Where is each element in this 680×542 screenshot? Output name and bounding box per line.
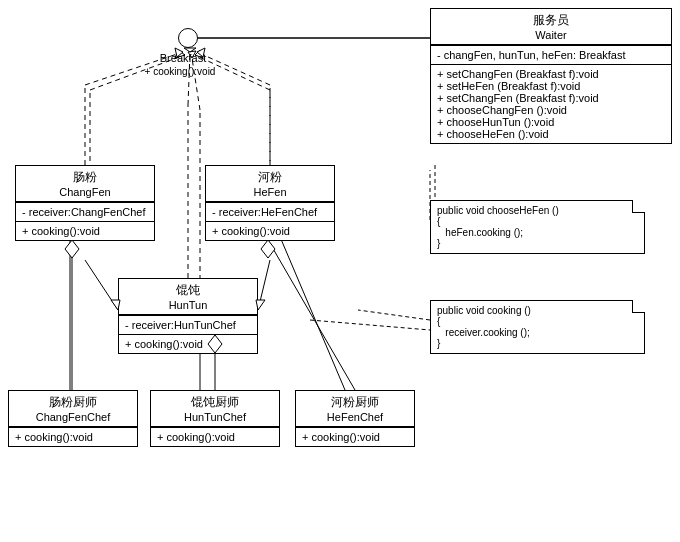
note-cooking: public void cooking () { receiver.cookin… <box>430 300 645 354</box>
waiter-method-3: + setChangFen (Breakfast f):void <box>437 92 665 104</box>
hefen-title: 河粉 HeFen <box>206 166 334 202</box>
huntun-method: + cooking():void <box>119 334 257 353</box>
svg-line-37 <box>85 260 118 310</box>
changfen-attr: - receiver:ChangFenChef <box>16 202 154 221</box>
changfenchef-title: 肠粉厨师 ChangFenChef <box>9 391 137 427</box>
waiter-method-6: + chooseHeFen ():void <box>437 128 665 140</box>
waiter-method-4: + chooseChangFen ():void <box>437 104 665 116</box>
huntunchef-title: 馄饨厨师 HunTunChef <box>151 391 279 427</box>
waiter-method-5: + chooseHunTun ():void <box>437 116 665 128</box>
hefen-attr: - receiver:HeFenChef <box>206 202 334 221</box>
changfenchef-box: 肠粉厨师 ChangFenChef + cooking():void <box>8 390 138 447</box>
hefenchef-method: + cooking():void <box>296 427 414 446</box>
note2-line2: { <box>437 316 638 327</box>
note2-line3: receiver.cooking (); <box>437 327 638 338</box>
huntun-title: 馄饨 HunTun <box>119 279 257 315</box>
svg-line-39 <box>258 260 270 310</box>
note2-line4: } <box>437 338 638 349</box>
waiter-method-1: + setChangFen (Breakfast f):void <box>437 68 665 80</box>
note2-line1: public void cooking () <box>437 305 638 316</box>
waiter-box: 服务员 Waiter - changFen, hunTun, heFen: Br… <box>430 8 672 144</box>
note1-line3: heFen.cooking (); <box>437 227 638 238</box>
hefenchef-title: 河粉厨师 HeFenChef <box>296 391 414 427</box>
breakfast-interface-circle <box>178 28 198 48</box>
uml-diagram: Breakfast + cooking():void 服务员 Waiter - … <box>0 0 680 542</box>
hefen-method: + cooking():void <box>206 221 334 240</box>
waiter-method-2: + setHeFen (Breakfast f):void <box>437 80 665 92</box>
waiter-methods: + setChangFen (Breakfast f):void + setHe… <box>431 64 671 143</box>
waiter-attributes: - changFen, hunTun, heFen: Breakfast <box>431 45 671 64</box>
huntunchef-box: 馄饨厨师 HunTunChef + cooking():void <box>150 390 280 447</box>
note1-line1: public void chooseHeFen () <box>437 205 638 216</box>
hefenchef-box: 河粉厨师 HeFenChef + cooking():void <box>295 390 415 447</box>
svg-marker-32 <box>65 240 79 258</box>
svg-line-17 <box>310 320 430 330</box>
svg-line-35 <box>268 240 355 390</box>
huntun-box: 馄饨 HunTun - receiver:HunTunChef + cookin… <box>118 278 258 354</box>
svg-line-42 <box>358 310 430 320</box>
note1-line2: { <box>437 216 638 227</box>
breakfast-label: Breakfast <box>148 52 218 64</box>
breakfast-cooking-label: + cooking():void <box>120 66 240 77</box>
huntun-attr: - receiver:HunTunChef <box>119 315 257 334</box>
note-chooseheFen: public void chooseHeFen () { heFen.cooki… <box>430 200 645 254</box>
hefen-box: 河粉 HeFen - receiver:HeFenChef + cooking(… <box>205 165 335 241</box>
changfen-method: + cooking():void <box>16 221 154 240</box>
waiter-title: 服务员 Waiter <box>431 9 671 45</box>
huntunchef-method: + cooking():void <box>151 427 279 446</box>
changfen-title: 肠粉 ChangFen <box>16 166 154 202</box>
changfenchef-method: + cooking():void <box>9 427 137 446</box>
svg-line-12 <box>275 225 345 390</box>
note1-line4: } <box>437 238 638 249</box>
changfen-box: 肠粉 ChangFen - receiver:ChangFenChef + co… <box>15 165 155 241</box>
svg-marker-36 <box>261 240 275 258</box>
